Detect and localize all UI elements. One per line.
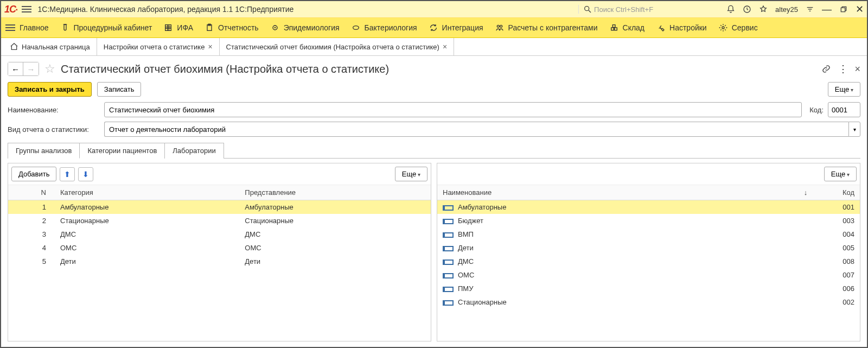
logo-1c-icon: 1C▪ — [4, 4, 17, 15]
svg-rect-22 — [614, 28, 617, 30]
nav-warehouse[interactable]: Склад — [610, 23, 645, 32]
item-icon — [443, 273, 454, 279]
item-icon — [443, 232, 454, 238]
table-row[interactable]: ДМС008 — [437, 255, 860, 268]
page-title: Статистический отчет биохимия (Настройка… — [61, 63, 389, 75]
col-category[interactable]: Категория — [55, 185, 239, 200]
table-row[interactable]: 3ДМСДМС — [8, 227, 431, 241]
back-button[interactable]: ← — [8, 62, 23, 75]
sync-icon — [429, 23, 438, 32]
table-row[interactable]: 2СтационарныеСтационарные — [8, 214, 431, 227]
nav-service[interactable]: Сервис — [719, 23, 758, 32]
kebab-menu-icon[interactable]: ⋮ — [838, 63, 847, 75]
svg-point-19 — [497, 25, 499, 27]
type-input[interactable] — [104, 122, 848, 137]
search-placeholder: Поиск Ctrl+Shift+F — [594, 5, 653, 14]
name-input[interactable] — [104, 102, 802, 117]
item-icon — [443, 246, 454, 251]
item-icon — [443, 219, 454, 224]
left-more-button[interactable]: Еще — [395, 167, 427, 181]
forward-button[interactable]: → — [23, 62, 39, 75]
minimize-icon[interactable]: — — [822, 4, 832, 15]
more-button[interactable]: Еще — [828, 82, 860, 97]
write-button[interactable]: Записать — [97, 82, 142, 97]
move-down-button[interactable]: ⬇ — [78, 167, 93, 181]
subtab-labs[interactable]: Лаборатории — [164, 143, 224, 159]
item-icon — [443, 287, 454, 292]
dropdown-button[interactable]: ▾ — [848, 122, 860, 137]
svg-rect-9 — [165, 25, 171, 31]
table-row[interactable]: ВМП004 — [437, 227, 860, 241]
link-icon[interactable] — [822, 65, 831, 73]
right-table: Наименование ↓ Код Амбулаторные001Бюджет… — [437, 185, 860, 309]
col-name[interactable]: Наименование — [437, 185, 795, 200]
item-icon — [443, 205, 454, 211]
write-and-close-button[interactable]: Записать и закрыть — [8, 82, 92, 97]
code-input[interactable] — [828, 102, 860, 117]
svg-line-1 — [589, 10, 591, 12]
subtab-categories[interactable]: Категории пациентов — [79, 143, 165, 159]
nav-ifa[interactable]: ИФА — [164, 23, 193, 32]
nav-main[interactable]: Главное — [5, 23, 49, 32]
col-repr[interactable]: Представление — [239, 185, 431, 200]
close-window-icon[interactable]: ✕ — [856, 3, 864, 15]
menu-icon[interactable] — [22, 6, 31, 12]
close-icon[interactable]: × — [443, 42, 447, 51]
history-icon[interactable] — [743, 5, 751, 14]
restore-icon[interactable] — [839, 5, 848, 14]
boxes-icon — [610, 23, 618, 32]
global-search[interactable]: Поиск Ctrl+Shift+F — [578, 5, 719, 14]
clipboard-icon — [205, 23, 214, 32]
table-row[interactable]: 4ОМСОМС — [8, 241, 431, 255]
nav-settings[interactable]: Настройки — [656, 23, 707, 32]
table-row[interactable]: Бюджет003 — [437, 214, 860, 227]
titlebar: 1C▪ 1С:Медицина. Клиническая лаборатория… — [1, 1, 867, 18]
close-page-icon[interactable]: × — [854, 64, 860, 75]
table-row[interactable]: 5ДетиДети — [8, 255, 431, 268]
navbar: Главное Процедурный кабинет ИФА Отчетнос… — [1, 18, 867, 38]
favorite-star-icon[interactable]: ☆ — [44, 62, 55, 76]
table-row[interactable]: ОМС007 — [437, 268, 860, 282]
nav-integration[interactable]: Интеграция — [429, 23, 483, 32]
code-label: Код: — [809, 106, 824, 114]
svg-point-20 — [500, 25, 502, 27]
subtab-groups[interactable]: Группы анализов — [8, 143, 80, 159]
people-icon — [495, 23, 504, 32]
col-n[interactable]: N — [8, 185, 55, 200]
close-icon[interactable]: × — [208, 42, 212, 51]
home-icon — [10, 42, 18, 51]
table-row[interactable]: Дети005 — [437, 241, 860, 255]
table-row[interactable]: ПМУ006 — [437, 282, 860, 295]
table-row[interactable]: Амбулаторные001 — [437, 200, 860, 214]
nav-bacteriology[interactable]: Бактериология — [352, 23, 417, 32]
nav-reports[interactable]: Отчетность — [205, 23, 259, 32]
table-row[interactable]: Стационарные002 — [437, 295, 860, 309]
page-header: ← → ☆ Статистический отчет биохимия (Нас… — [8, 59, 860, 79]
right-pane: Еще Наименование ↓ Код Амбулаторные001Бю… — [437, 163, 860, 341]
bell-icon[interactable] — [726, 5, 735, 14]
left-table: N Категория Представление 1АмбулаторныеА… — [8, 185, 431, 268]
search-icon — [583, 5, 592, 14]
right-more-button[interactable]: Еще — [824, 167, 857, 181]
add-button[interactable]: Добавить — [11, 167, 56, 181]
tab-home[interactable]: Начальная страница — [3, 38, 97, 55]
nav-epidem[interactable]: Эпидемиология — [271, 23, 340, 32]
col-sort[interactable]: ↓ — [795, 185, 816, 200]
item-icon — [443, 300, 454, 306]
tab-settings-report[interactable]: Настройки отчета о статистике × — [97, 38, 220, 55]
filter-icon[interactable] — [806, 5, 814, 14]
svg-point-0 — [585, 7, 589, 11]
nav-contractors[interactable]: Расчеты с контрагентами — [495, 23, 598, 32]
subtabs: Группы анализов Категории пациентов Лабо… — [8, 142, 860, 159]
star-icon[interactable] — [759, 5, 768, 14]
nav-procedure[interactable]: Процедурный кабинет — [61, 23, 152, 32]
username[interactable]: altey25 — [775, 5, 798, 14]
table-row[interactable]: 1АмбулаторныеАмбулаторные — [8, 200, 431, 214]
col-code[interactable]: Код — [816, 185, 860, 200]
svg-point-17 — [275, 27, 275, 28]
move-up-button[interactable]: ⬆ — [60, 167, 75, 181]
type-dropdown[interactable]: ▾ — [104, 122, 860, 137]
tab-stat-report[interactable]: Статистический отчет биохимия (Настройка… — [220, 38, 455, 55]
svg-point-18 — [353, 26, 359, 30]
left-pane: Добавить ⬆ ⬇ Еще N Категория Представлен… — [8, 163, 431, 341]
